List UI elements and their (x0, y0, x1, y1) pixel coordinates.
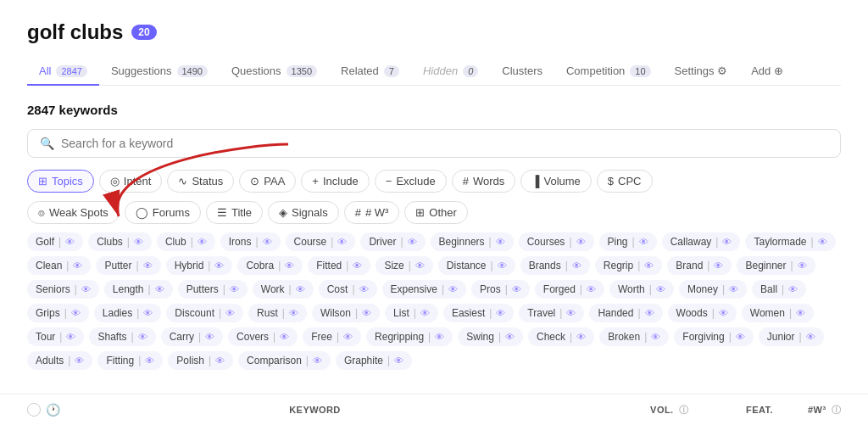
tag-eye-icon[interactable]: 👁 (806, 332, 815, 342)
tag-item[interactable]: Courses|👁 (519, 232, 594, 251)
tag-eye-icon[interactable]: 👁 (75, 355, 84, 366)
tag-item[interactable]: Cobra|👁 (237, 256, 303, 275)
tag-item[interactable]: List|👁 (385, 304, 438, 322)
tag-item[interactable]: Free|👁 (303, 327, 361, 346)
tag-eye-icon[interactable]: 👁 (587, 284, 596, 294)
tag-item[interactable]: Junior|👁 (759, 327, 824, 346)
tag-eye-icon[interactable]: 👁 (719, 308, 728, 318)
tag-eye-icon[interactable]: 👁 (498, 260, 507, 271)
tag-item[interactable]: Grips|👁 (27, 304, 89, 322)
tag-item[interactable]: Hybrid|👁 (166, 256, 233, 275)
filter-btn-signals[interactable]: ◈Signals (268, 201, 339, 224)
tag-eye-icon[interactable]: 👁 (505, 332, 515, 342)
tag-item[interactable]: Clubs|👁 (88, 232, 152, 251)
tag-item[interactable]: Shafts|👁 (89, 327, 155, 346)
nav-tab-hidden[interactable]: Hidden0 (411, 58, 490, 86)
tag-item[interactable]: Money|👁 (679, 280, 747, 299)
tag-eye-icon[interactable]: 👁 (639, 237, 648, 247)
tag-item[interactable]: Forged|👁 (535, 280, 604, 299)
tag-eye-icon[interactable]: 👁 (644, 260, 654, 271)
tag-item[interactable]: Comparison|👁 (238, 351, 331, 370)
tag-eye-icon[interactable]: 👁 (138, 332, 147, 342)
tag-item[interactable]: Easiest|👁 (443, 304, 514, 322)
tag-eye-icon[interactable]: 👁 (289, 308, 298, 318)
tag-eye-icon[interactable]: 👁 (408, 237, 417, 247)
tag-item[interactable]: Expensive|👁 (382, 280, 467, 299)
tag-eye-icon[interactable]: 👁 (651, 332, 660, 342)
tag-item[interactable]: Rust|👁 (248, 304, 307, 322)
tag-eye-icon[interactable]: 👁 (337, 237, 347, 247)
tag-eye-icon[interactable]: 👁 (576, 332, 586, 342)
tag-eye-icon[interactable]: 👁 (714, 260, 723, 271)
tag-item[interactable]: Golf|👁 (27, 232, 83, 251)
tag-eye-icon[interactable]: 👁 (230, 284, 239, 294)
tag-eye-icon[interactable]: 👁 (796, 308, 805, 318)
tag-eye-icon[interactable]: 👁 (729, 284, 738, 294)
select-all-checkbox[interactable] (27, 403, 41, 417)
search-input[interactable] (61, 137, 828, 150)
tag-item[interactable]: Club|👁 (157, 232, 215, 251)
tag-eye-icon[interactable]: 👁 (656, 284, 665, 294)
tag-item[interactable]: Putter|👁 (96, 256, 160, 275)
tag-eye-icon[interactable]: 👁 (65, 237, 75, 247)
tag-item[interactable]: Discount|👁 (166, 304, 243, 322)
tag-item[interactable]: Forgiving|👁 (674, 327, 753, 346)
tag-item[interactable]: Covers|👁 (228, 327, 298, 346)
tag-item[interactable]: Work|👁 (253, 280, 314, 299)
tag-item[interactable]: Brands|👁 (520, 256, 590, 275)
tag-item[interactable]: Check|👁 (528, 327, 594, 346)
nav-tab-related[interactable]: Related7 (329, 58, 411, 86)
tag-item[interactable]: Beginner|👁 (737, 256, 815, 275)
tag-item[interactable]: Wilson|👁 (312, 304, 380, 322)
tag-eye-icon[interactable]: 👁 (205, 332, 214, 342)
tag-item[interactable]: Putters|👁 (178, 280, 248, 299)
filter-btn-other[interactable]: ⊞Other (404, 201, 468, 224)
filter-btn-status[interactable]: ∿Status (167, 170, 234, 193)
tag-eye-icon[interactable]: 👁 (818, 237, 827, 247)
tag-eye-icon[interactable]: 👁 (645, 308, 654, 318)
tag-eye-icon[interactable]: 👁 (73, 260, 82, 271)
tag-item[interactable]: Driver|👁 (360, 232, 425, 251)
search-bar[interactable]: 🔍 (27, 129, 841, 158)
tag-eye-icon[interactable]: 👁 (394, 355, 403, 366)
tag-eye-icon[interactable]: 👁 (280, 332, 289, 342)
tag-item[interactable]: Seniors|👁 (27, 280, 99, 299)
tag-eye-icon[interactable]: 👁 (572, 260, 581, 271)
tag-item[interactable]: Cost|👁 (319, 280, 377, 299)
tag-eye-icon[interactable]: 👁 (71, 308, 81, 318)
filter-btn-paa[interactable]: ⊙PAA (239, 170, 296, 193)
filter-btn-title[interactable]: ☰Title (206, 201, 263, 224)
filter-btn-w3[interactable]: ## W³ (344, 201, 400, 224)
filter-btn-words[interactable]: #Words (452, 170, 516, 193)
tag-eye-icon[interactable]: 👁 (496, 237, 505, 247)
nav-tab-competition[interactable]: Competition10 (554, 58, 663, 86)
tag-item[interactable]: Travel|👁 (519, 304, 584, 322)
tag-item[interactable]: Length|👁 (104, 280, 173, 299)
tag-eye-icon[interactable]: 👁 (343, 332, 353, 342)
tag-eye-icon[interactable]: 👁 (736, 332, 745, 342)
filter-btn-cpc[interactable]: $CPC (597, 170, 653, 193)
tag-eye-icon[interactable]: 👁 (313, 355, 322, 366)
tag-item[interactable]: Women|👁 (742, 304, 814, 322)
tag-eye-icon[interactable]: 👁 (415, 260, 425, 271)
tag-item[interactable]: Irons|👁 (220, 232, 281, 251)
tag-item[interactable]: Ball|👁 (752, 280, 806, 299)
tag-eye-icon[interactable]: 👁 (435, 332, 444, 342)
tag-item[interactable]: Size|👁 (376, 256, 432, 275)
tag-item[interactable]: Handed|👁 (589, 304, 662, 322)
tag-item[interactable]: Graphite|👁 (336, 351, 412, 370)
tag-item[interactable]: Tour|👁 (27, 327, 84, 346)
tag-eye-icon[interactable]: 👁 (81, 284, 91, 294)
tag-eye-icon[interactable]: 👁 (359, 284, 369, 294)
tag-eye-icon[interactable]: 👁 (362, 308, 371, 318)
tag-eye-icon[interactable]: 👁 (353, 260, 362, 271)
tag-eye-icon[interactable]: 👁 (155, 284, 164, 294)
filter-btn-weak-spots[interactable]: ⌾Weak Spots (27, 201, 120, 224)
tag-item[interactable]: Brand|👁 (667, 256, 732, 275)
tag-item[interactable]: Regripping|👁 (366, 327, 453, 346)
filter-btn-topics[interactable]: ⊞Topics (27, 170, 94, 193)
tag-item[interactable]: Ladies|👁 (94, 304, 162, 322)
tag-item[interactable]: Broken|👁 (599, 327, 669, 346)
filter-btn-exclude[interactable]: −Exclude (375, 170, 447, 193)
tag-eye-icon[interactable]: 👁 (296, 284, 305, 294)
